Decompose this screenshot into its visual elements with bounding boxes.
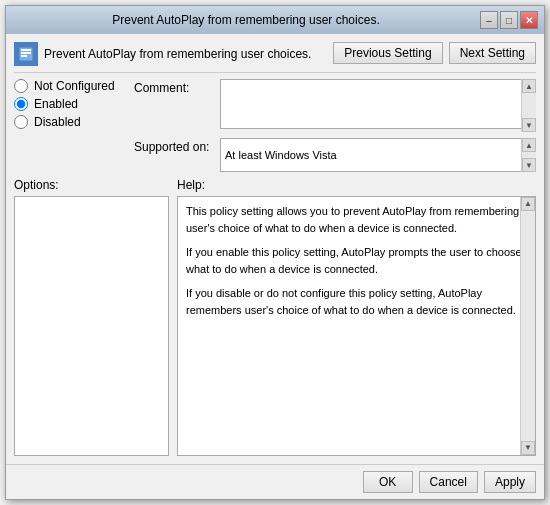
supported-scrollbar: ▲ ▼	[521, 138, 536, 172]
svg-rect-2	[21, 52, 31, 54]
comment-scroll-down[interactable]: ▼	[522, 118, 536, 132]
supported-scroll-up[interactable]: ▲	[522, 138, 536, 152]
help-title: Help:	[177, 178, 536, 192]
policy-icon	[14, 42, 38, 66]
comment-textarea[interactable]	[220, 79, 536, 129]
supported-scroll-down[interactable]: ▼	[522, 158, 536, 172]
help-scroll-up[interactable]: ▲	[521, 197, 535, 211]
minimize-button[interactable]: –	[480, 11, 498, 29]
enabled-radio[interactable]	[14, 97, 28, 111]
options-box	[14, 196, 169, 456]
help-para1: This policy setting allows you to preven…	[186, 203, 527, 236]
enabled-label: Enabled	[34, 97, 78, 111]
disabled-label: Disabled	[34, 115, 81, 129]
svg-rect-3	[21, 55, 27, 57]
help-scroll-down[interactable]: ▼	[521, 441, 535, 455]
radio-column: Not Configured Enabled Disabled	[14, 79, 124, 172]
header-buttons: Previous Setting Next Setting	[333, 42, 536, 64]
supported-value: At least Windows Vista	[220, 138, 536, 172]
prev-setting-button[interactable]: Previous Setting	[333, 42, 442, 64]
supported-row: Supported on: At least Windows Vista ▲ ▼	[134, 138, 536, 172]
apply-button[interactable]: Apply	[484, 471, 536, 493]
bottom-section: Options: Help: This policy setting allow…	[14, 178, 536, 456]
close-button[interactable]: ✕	[520, 11, 538, 29]
comment-row: Comment: ▲ ▼	[134, 79, 536, 132]
title-bar: Prevent AutoPlay from remembering user c…	[6, 6, 544, 34]
svg-rect-1	[21, 49, 31, 51]
radio-disabled[interactable]: Disabled	[14, 115, 124, 129]
not-configured-radio[interactable]	[14, 79, 28, 93]
header-row: Prevent AutoPlay from remembering user c…	[14, 42, 536, 73]
middle-section: Not Configured Enabled Disabled Comment:	[14, 79, 536, 172]
supported-text: At least Windows Vista	[225, 149, 337, 161]
comment-scroll-up[interactable]: ▲	[522, 79, 536, 93]
options-title: Options:	[14, 178, 169, 192]
not-configured-label: Not Configured	[34, 79, 115, 93]
radio-not-configured[interactable]: Not Configured	[14, 79, 124, 93]
comment-scrollbar: ▲ ▼	[521, 79, 536, 132]
cancel-button[interactable]: Cancel	[419, 471, 478, 493]
policy-title: Prevent AutoPlay from remembering user c…	[44, 47, 311, 61]
help-scrollbar: ▲ ▼	[520, 197, 535, 455]
header-left: Prevent AutoPlay from remembering user c…	[14, 42, 333, 66]
help-box: This policy setting allows you to preven…	[177, 196, 536, 456]
next-setting-button[interactable]: Next Setting	[449, 42, 536, 64]
help-para2: If you enable this policy setting, AutoP…	[186, 244, 527, 277]
footer: OK Cancel Apply	[6, 464, 544, 499]
supported-label: Supported on:	[134, 138, 214, 154]
right-section: Comment: ▲ ▼ Supported on:	[134, 79, 536, 172]
policy-window: Prevent AutoPlay from remembering user c…	[5, 5, 545, 500]
ok-button[interactable]: OK	[363, 471, 413, 493]
help-panel: Help: This policy setting allows you to …	[177, 178, 536, 456]
window-title: Prevent AutoPlay from remembering user c…	[12, 13, 480, 27]
options-panel: Options:	[14, 178, 169, 456]
title-bar-controls: – □ ✕	[480, 11, 538, 29]
disabled-radio[interactable]	[14, 115, 28, 129]
comment-wrapper: ▲ ▼	[220, 79, 536, 132]
comment-label: Comment:	[134, 79, 214, 95]
maximize-button[interactable]: □	[500, 11, 518, 29]
main-content: Prevent AutoPlay from remembering user c…	[6, 34, 544, 464]
help-para3: If you disable or do not configure this …	[186, 285, 527, 318]
help-scroll-track	[521, 211, 535, 441]
supported-wrapper: At least Windows Vista ▲ ▼	[220, 138, 536, 172]
comment-scroll-track	[522, 93, 536, 118]
radio-enabled[interactable]: Enabled	[14, 97, 124, 111]
